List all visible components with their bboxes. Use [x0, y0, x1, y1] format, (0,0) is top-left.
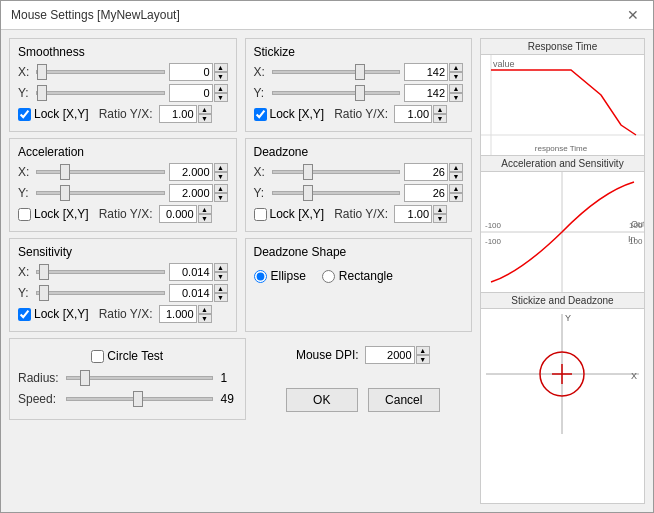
sensitivity-x-spin-up[interactable]: ▲: [214, 263, 228, 272]
acceleration-x-spin-down[interactable]: ▼: [214, 172, 228, 181]
deadzone-x-spin-down[interactable]: ▼: [449, 172, 463, 181]
smoothness-x-slider[interactable]: [36, 70, 165, 74]
sensitivity-x-spin-btns: ▲ ▼: [214, 263, 228, 281]
smoothness-y-spin-up[interactable]: ▲: [214, 84, 228, 93]
ellipse-radio[interactable]: [254, 270, 267, 283]
acceleration-y-input[interactable]: 2.000: [169, 184, 213, 202]
dpi-spin-down[interactable]: ▼: [416, 355, 430, 364]
stickize-ratio-spin-down[interactable]: ▼: [433, 114, 447, 123]
stickize-x-spin-down[interactable]: ▼: [449, 72, 463, 81]
smoothness-ratio-spin-down[interactable]: ▼: [198, 114, 212, 123]
acceleration-ratio-spin-down[interactable]: ▼: [198, 214, 212, 223]
close-button[interactable]: ✕: [623, 7, 643, 23]
sensitivity-x-slider-container: [36, 263, 165, 281]
smoothness-y-slider[interactable]: [36, 91, 165, 95]
deadzone-y-spin-down[interactable]: ▼: [449, 193, 463, 202]
stickize-y-spin-down[interactable]: ▼: [449, 93, 463, 102]
acceleration-x-input[interactable]: 2.000: [169, 163, 213, 181]
radius-value: 1: [221, 371, 237, 385]
sensitivity-ratio-spin-up[interactable]: ▲: [198, 305, 212, 314]
cancel-button[interactable]: Cancel: [368, 388, 440, 412]
deadzone-lock-checkbox[interactable]: [254, 208, 267, 221]
sensitivity-y-slider-container: [36, 284, 165, 302]
stickize-y-spin-up[interactable]: ▲: [449, 84, 463, 93]
sensitivity-y-slider[interactable]: [36, 291, 165, 295]
acceleration-lock-checkbox[interactable]: [18, 208, 31, 221]
stickize-ratio-input[interactable]: 1.00: [394, 105, 432, 123]
sensitivity-y-spin-down[interactable]: ▼: [214, 293, 228, 302]
smoothness-x-label: X:: [18, 65, 32, 79]
deadzone-ratio-input[interactable]: 1.00: [394, 205, 432, 223]
stickize-y-slider-container: [272, 84, 401, 102]
sensitivity-ratio-spin-down[interactable]: ▼: [198, 314, 212, 323]
smoothness-x-input[interactable]: 0: [169, 63, 213, 81]
deadzone-x-spinner: 26 ▲ ▼: [404, 163, 463, 181]
smoothness-y-input[interactable]: 0: [169, 84, 213, 102]
sensitivity-y-spin-up[interactable]: ▲: [214, 284, 228, 293]
ellipse-radio-label[interactable]: Ellipse: [254, 269, 306, 283]
acceleration-lock-row: Lock [X,Y] Ratio Y/X: 0.000 ▲ ▼: [18, 205, 228, 223]
dpi-spin-up[interactable]: ▲: [416, 346, 430, 355]
acceleration-y-spin-up[interactable]: ▲: [214, 184, 228, 193]
rectangle-radio[interactable]: [322, 270, 335, 283]
sensitivity-x-spin-down[interactable]: ▼: [214, 272, 228, 281]
radius-slider[interactable]: [66, 376, 213, 380]
stickize-y-input[interactable]: 142: [404, 84, 448, 102]
acceleration-ratio-input[interactable]: 0.000: [159, 205, 197, 223]
acceleration-y-slider[interactable]: [36, 191, 165, 195]
sensitivity-y-input[interactable]: 0.014: [169, 284, 213, 302]
acceleration-x-slider[interactable]: [36, 170, 165, 174]
acceleration-x-spin-up[interactable]: ▲: [214, 163, 228, 172]
deadzone-ratio-spin-up[interactable]: ▲: [433, 205, 447, 214]
circle-test-label[interactable]: Circle Test: [91, 349, 163, 363]
smoothness-y-spin-btns: ▲ ▼: [214, 84, 228, 102]
deadzone-lock-label[interactable]: Lock [X,Y]: [254, 207, 325, 221]
smoothness-x-spin-down[interactable]: ▼: [214, 72, 228, 81]
deadzone-x-spin-up[interactable]: ▲: [449, 163, 463, 172]
sensitivity-lock-checkbox[interactable]: [18, 308, 31, 321]
dpi-label: Mouse DPI:: [296, 348, 359, 362]
sensitivity-x-slider[interactable]: [36, 270, 165, 274]
deadzone-ratio-spin-down[interactable]: ▼: [433, 214, 447, 223]
rectangle-radio-label[interactable]: Rectangle: [322, 269, 393, 283]
deadzone-x-label: X:: [254, 165, 268, 179]
deadzone-y-row: Y: 26 ▲ ▼: [254, 184, 464, 202]
deadzone-y-slider[interactable]: [272, 191, 401, 195]
dpi-input[interactable]: 2000: [365, 346, 415, 364]
smoothness-y-spin-down[interactable]: ▼: [214, 93, 228, 102]
deadzone-y-spin-up[interactable]: ▲: [449, 184, 463, 193]
speed-slider[interactable]: [66, 397, 213, 401]
sensitivity-x-input[interactable]: 0.014: [169, 263, 213, 281]
sensitivity-ratio-input[interactable]: 1.000: [159, 305, 197, 323]
deadzone-x-input[interactable]: 26: [404, 163, 448, 181]
stickize-x-slider[interactable]: [272, 70, 401, 74]
acceleration-ratio-spin-up[interactable]: ▲: [198, 205, 212, 214]
acceleration-y-spin-down[interactable]: ▼: [214, 193, 228, 202]
stickize-x-input[interactable]: 142: [404, 63, 448, 81]
ok-button[interactable]: OK: [286, 388, 358, 412]
smoothness-lock-checkbox[interactable]: [18, 108, 31, 121]
row1: Smoothness X: 0 ▲ ▼: [9, 38, 472, 132]
svg-text:-100: -100: [485, 221, 502, 230]
svg-text:-100: -100: [485, 237, 502, 246]
stickize-x-spin-up[interactable]: ▲: [449, 63, 463, 72]
stickize-lock-checkbox[interactable]: [254, 108, 267, 121]
deadzone-x-slider[interactable]: [272, 170, 401, 174]
smoothness-ratio-input[interactable]: 1.00: [159, 105, 197, 123]
sensitivity-lock-row: Lock [X,Y] Ratio Y/X: 1.000 ▲ ▼: [18, 305, 228, 323]
stickize-ratio-spin-up[interactable]: ▲: [433, 105, 447, 114]
smoothness-lock-label[interactable]: Lock [X,Y]: [18, 107, 89, 121]
deadzone-y-input[interactable]: 26: [404, 184, 448, 202]
stickize-ratio-spin-btns: ▲ ▼: [433, 105, 447, 123]
stickize-x-spinner: 142 ▲ ▼: [404, 63, 463, 81]
smoothness-ratio-label: Ratio Y/X:: [99, 107, 153, 121]
deadzone-shape-section: Deadzone Shape Ellipse Rectangle: [245, 238, 473, 332]
circle-test-checkbox[interactable]: [91, 350, 104, 363]
smoothness-x-spin-up[interactable]: ▲: [214, 63, 228, 72]
stickize-y-spin-btns: ▲ ▼: [449, 84, 463, 102]
stickize-y-slider[interactable]: [272, 91, 401, 95]
smoothness-ratio-spin-up[interactable]: ▲: [198, 105, 212, 114]
acceleration-lock-label[interactable]: Lock [X,Y]: [18, 207, 89, 221]
stickize-lock-label[interactable]: Lock [X,Y]: [254, 107, 325, 121]
sensitivity-lock-label[interactable]: Lock [X,Y]: [18, 307, 89, 321]
